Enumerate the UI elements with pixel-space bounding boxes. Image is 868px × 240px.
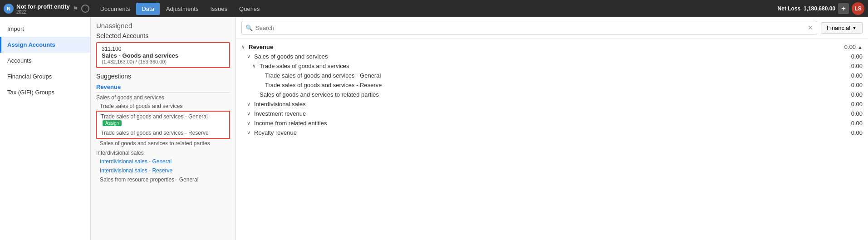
tree-row-revenue[interactable]: ∨ Revenue 0.00 ▲ [236, 42, 868, 52]
tree-label-trade-sales-reserve: Trade sales of goods and services - Rese… [265, 82, 835, 88]
net-loss-label: Net Loss [778, 5, 801, 12]
tree-label-income-related: Income from related entities [254, 120, 835, 127]
nav-adjustments[interactable]: Adjustments [161, 3, 204, 15]
tree-label-sales-goods: Sales of goods and services [254, 53, 835, 60]
tree-toggle-trade-sales[interactable]: ∨ [252, 63, 260, 69]
tree-value-trade-sales: 0.00 [835, 63, 863, 69]
unassigned-header: Unassigned [91, 17, 235, 32]
avatar[interactable]: LS [852, 2, 864, 15]
tree-label-royalty: Royalty revenue [254, 129, 835, 136]
suggestion-sales-related[interactable]: Sales of goods and services to related p… [96, 139, 230, 148]
suggestion-sales-resource[interactable]: Sales from resource properties - General [96, 175, 230, 184]
tree-toggle-interdivisional[interactable]: ∨ [247, 101, 254, 107]
suggestion-interdivisional-reserve[interactable]: Interdivisional sales - Reserve [96, 166, 230, 175]
suggestion-trade-sales-general[interactable]: Trade sales of goods and services - Gene… [96, 111, 230, 129]
right-panel: 🔍 ✕ Financial ▼ ∨ Revenue 0.00 ▲ ∨ Sales… [236, 17, 868, 240]
topnav: N Not for profit entity 2022 ⚑ i Documen… [0, 0, 868, 17]
tree-value-interdivisional: 0.00 [835, 101, 863, 108]
tree-value-sales-goods: 0.00 [835, 53, 863, 60]
tree-row-trade-sales-general[interactable]: Trade sales of goods and services - Gene… [236, 71, 868, 80]
sidebar: Import Assign Accounts Accounts Financia… [0, 17, 91, 240]
tree-row-trade-sales-reserve[interactable]: Trade sales of goods and services - Rese… [236, 80, 868, 90]
financial-label: Financial [827, 24, 850, 31]
tree-label-revenue: Revenue [249, 44, 829, 50]
suggestion-interdivisional-general[interactable]: Interdivisional sales - General [96, 157, 230, 166]
account-name: Sales - Goods and services [102, 52, 225, 59]
tree-area: ∨ Revenue 0.00 ▲ ∨ Sales of goods and se… [236, 39, 868, 240]
sidebar-item-import[interactable]: Import [0, 21, 90, 37]
tree-toggle-revenue[interactable]: ∨ [241, 44, 249, 50]
brand-icon: N [4, 4, 14, 14]
tree-row-royalty[interactable]: ∨ Royalty revenue 0.00 [236, 128, 868, 137]
middle-panel: Unassigned Selected Accounts 311.100 Sal… [91, 17, 236, 240]
search-input[interactable] [255, 24, 808, 31]
net-loss: Net Loss 1,180,680.00 [778, 5, 835, 12]
chevron-down-icon: ▼ [852, 25, 857, 30]
tree-row-interdivisional[interactable]: ∨ Interdivisional sales 0.00 [236, 99, 868, 109]
suggestion-group-interdivisional: Interdivisional sales [96, 150, 230, 156]
tree-row-investment[interactable]: ∨ Investment revenue 0.00 [236, 109, 868, 118]
tree-toggle-sales-goods[interactable]: ∨ [247, 54, 254, 59]
suggestion-label-general: Trade sales of goods and services - Gene… [101, 113, 208, 120]
tree-row-trade-sales[interactable]: ∨ Trade sales of goods and services 0.00 [236, 61, 868, 71]
selected-accounts-section: Selected Accounts 311.100 Sales - Goods … [91, 32, 235, 73]
nav-items: Documents Data Adjustments Issues Querie… [95, 3, 265, 15]
search-clear-icon[interactable]: ✕ [808, 24, 813, 31]
nav-documents[interactable]: Documents [95, 3, 136, 15]
nav-issues[interactable]: Issues [205, 3, 233, 15]
sidebar-item-financial-groups[interactable]: Financial Groups [0, 69, 90, 84]
tree-row-sales-goods[interactable]: ∨ Sales of goods and services 0.00 [236, 52, 868, 61]
suggestions-section: Suggestions Revenue Sales of goods and s… [91, 73, 235, 240]
right-toolbar: 🔍 ✕ Financial ▼ [236, 17, 868, 39]
main-layout: Import Assign Accounts Accounts Financia… [0, 17, 868, 240]
financial-dropdown-button[interactable]: Financial ▼ [821, 22, 863, 34]
sidebar-item-tax-groups[interactable]: Tax (GIFI) Groups [0, 84, 90, 100]
nav-data[interactable]: Data [136, 3, 159, 15]
suggestions-title: Suggestions [96, 73, 230, 80]
tree-label-sales-related: Sales of goods and services to related p… [260, 91, 835, 98]
tree-value-income-related: 0.00 [835, 120, 863, 127]
suggestion-trade-sales-reserve[interactable]: Trade sales of goods and services - Rese… [96, 128, 230, 139]
flag-icon[interactable]: ⚑ [73, 5, 78, 12]
tree-label-trade-sales-general: Trade sales of goods and services - Gene… [265, 72, 835, 79]
tree-value-revenue: 0.00 [829, 44, 856, 50]
info-icon[interactable]: i [81, 5, 89, 13]
tree-row-sales-related[interactable]: Sales of goods and services to related p… [236, 90, 868, 99]
tree-value-sales-related: 0.00 [835, 91, 863, 98]
account-values: (1,432,163.00) / (153,360.00) [102, 59, 225, 64]
brand-info: Not for profit entity 2022 [16, 3, 70, 15]
tree-toggle-income-related[interactable]: ∨ [247, 120, 254, 126]
collapse-arrow-revenue[interactable]: ▲ [858, 44, 863, 50]
revenue-header: Revenue [96, 83, 230, 93]
assign-badge[interactable]: Assign [103, 120, 122, 126]
sidebar-item-assign-accounts[interactable]: Assign Accounts [0, 37, 90, 53]
sidebar-item-accounts[interactable]: Accounts [0, 53, 90, 69]
tree-toggle-investment[interactable]: ∨ [247, 111, 254, 117]
tree-value-trade-sales-general: 0.00 [835, 72, 863, 79]
tree-label-trade-sales: Trade sales of goods and services [260, 63, 835, 69]
add-button[interactable]: + [838, 3, 849, 14]
brand-name: Not for profit entity [16, 3, 70, 10]
selected-accounts-title: Selected Accounts [96, 32, 230, 39]
search-icon: 🔍 [245, 24, 253, 31]
tree-label-investment: Investment revenue [254, 110, 835, 117]
net-loss-value: 1,180,680.00 [804, 5, 835, 12]
suggestion-trade-sales[interactable]: Trade sales of goods and services [96, 102, 230, 111]
tree-value-investment: 0.00 [835, 110, 863, 117]
tree-value-royalty: 0.00 [835, 129, 863, 136]
tree-label-interdivisional: Interdivisional sales [254, 101, 835, 108]
nav-queries[interactable]: Queries [234, 3, 265, 15]
brand: N Not for profit entity 2022 [4, 3, 70, 15]
brand-year: 2022 [16, 10, 70, 15]
search-box[interactable]: 🔍 ✕ [241, 21, 817, 34]
tree-row-income-related[interactable]: ∨ Income from related entities 0.00 [236, 118, 868, 128]
suggestion-group-sales: Sales of goods and services [96, 94, 230, 101]
account-number: 311.100 [102, 46, 225, 52]
account-card[interactable]: 311.100 Sales - Goods and services (1,43… [96, 42, 230, 68]
tree-value-trade-sales-reserve: 0.00 [835, 82, 863, 88]
tree-toggle-royalty[interactable]: ∨ [247, 130, 254, 136]
